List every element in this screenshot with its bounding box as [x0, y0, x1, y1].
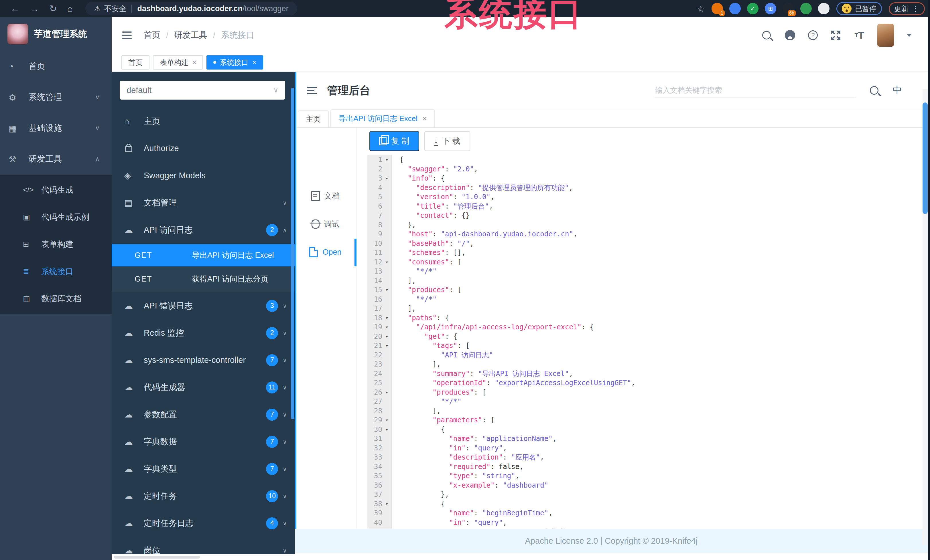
- doc-nav-文档[interactable]: 文档: [295, 182, 356, 210]
- api-group-icon: ☁: [124, 518, 143, 528]
- swagger-item-定时任务日志[interactable]: ☁定时任务日志4∨: [112, 509, 295, 537]
- doc-search-input[interactable]: [654, 83, 856, 98]
- fold-icon[interactable]: ▾: [382, 285, 391, 295]
- code-line: 7 "contact": {}: [367, 211, 918, 220]
- ext-dark-icon[interactable]: 6h: [782, 3, 794, 14]
- back-icon[interactable]: ←: [10, 0, 20, 17]
- help-icon[interactable]: ?: [808, 30, 818, 40]
- view-tab-表单构建[interactable]: 表单构建×: [153, 55, 203, 69]
- api-group-select[interactable]: default ∨: [120, 81, 285, 100]
- sidebar-item-研发工具[interactable]: ⚒研发工具∧: [0, 144, 112, 175]
- horizontal-scrollbar[interactable]: [112, 554, 295, 560]
- close-icon[interactable]: ×: [192, 59, 196, 66]
- swagger-item-API 错误日志[interactable]: ☁API 错误日志3∨: [112, 292, 295, 319]
- ext-blue-icon[interactable]: [729, 3, 741, 14]
- swagger-item-代码生成器[interactable]: ☁代码生成器11∨: [112, 374, 295, 401]
- doc-nav-Open[interactable]: Open: [295, 238, 356, 266]
- copy-button[interactable]: 复 制: [370, 131, 419, 151]
- fold-icon[interactable]: ▾: [382, 416, 391, 425]
- github-icon[interactable]: [785, 30, 795, 41]
- endpoint-获得API 访问日志分页[interactable]: GET获得API 访问日志分页: [112, 266, 295, 292]
- swagger-item-Redis 监控[interactable]: ☁Redis 监控2∨: [112, 319, 295, 347]
- fullscreen-icon[interactable]: [830, 30, 841, 41]
- language-icon[interactable]: 中: [893, 84, 902, 97]
- vertical-scrollbar[interactable]: [922, 89, 928, 545]
- ext-grid-icon[interactable]: ⊞: [765, 3, 776, 14]
- ext-green-check-icon[interactable]: ✓: [747, 3, 759, 14]
- view-tab-首页[interactable]: 首页: [122, 55, 149, 69]
- swagger-item-岗位[interactable]: ☁岗位∨: [112, 537, 295, 554]
- code-line: 15▾ "produces": [: [367, 285, 918, 295]
- swagger-item-字典类型[interactable]: ☁字典类型7∨: [112, 455, 295, 482]
- close-icon[interactable]: ×: [423, 115, 427, 123]
- fold-icon[interactable]: ▾: [382, 322, 391, 332]
- fold-icon[interactable]: ▾: [382, 341, 391, 351]
- endpoint-导出API 访问日志 Excel[interactable]: GET导出API 访问日志 Excel: [112, 244, 295, 266]
- bookmark-star-icon[interactable]: ☆: [697, 4, 705, 14]
- ext-orange-icon[interactable]: 1: [711, 3, 723, 14]
- fold-icon[interactable]: ▾: [382, 388, 391, 397]
- chevron-down-icon[interactable]: [907, 34, 912, 37]
- divider: [131, 5, 132, 12]
- sidebar-subitem-系统接口[interactable]: ≣系统接口: [0, 258, 112, 285]
- sidebar-item-基础设施[interactable]: ▦基础设施∨: [0, 113, 112, 144]
- code-text: {: [391, 499, 445, 509]
- update-button[interactable]: 更新 ⋮: [889, 2, 925, 15]
- fold-icon[interactable]: ▾: [382, 425, 391, 434]
- search-icon[interactable]: [761, 30, 772, 41]
- sidebar-item-首页[interactable]: ◔首页: [0, 51, 112, 82]
- fold-icon[interactable]: ▾: [382, 258, 391, 267]
- code-line: 1▾{: [367, 155, 918, 164]
- swagger-item-主页[interactable]: ⌂主页: [112, 107, 295, 135]
- doc-tab-导出API 访问日志 Excel[interactable]: 导出API 访问日志 Excel×: [330, 109, 435, 127]
- line-number: 21: [367, 341, 382, 351]
- fold-icon[interactable]: ▾: [382, 313, 391, 323]
- doc-search-icon[interactable]: [869, 85, 879, 96]
- swagger-item-字典数据[interactable]: ☁字典数据7∨: [112, 428, 295, 455]
- download-button[interactable]: ↓ 下 载: [424, 131, 470, 151]
- fold-icon[interactable]: ▾: [382, 499, 391, 509]
- collapse-sidebar-icon[interactable]: [122, 29, 132, 41]
- doc-nav-调试[interactable]: 调试: [295, 210, 356, 238]
- fold-icon[interactable]: ▾: [382, 332, 391, 341]
- sidebar-subitem-代码生成示例[interactable]: ▣代码生成示例: [0, 204, 112, 231]
- sidebar-subitem-代码生成[interactable]: </>代码生成: [0, 176, 112, 204]
- sidebar-subitem-表单构建[interactable]: ⊞表单构建: [0, 231, 112, 258]
- breadcrumb-devtools[interactable]: 研发工具: [174, 29, 207, 41]
- fold-spacer: [382, 490, 391, 499]
- swagger-item-定时任务[interactable]: ☁定时任务10∨: [112, 482, 295, 509]
- close-icon[interactable]: ×: [252, 59, 256, 66]
- reload-icon[interactable]: ↻: [49, 0, 57, 17]
- user-avatar[interactable]: [877, 24, 894, 47]
- fold-icon[interactable]: ▾: [382, 174, 391, 183]
- address-bar[interactable]: ⚠ 不安全 dashboard.yudao.iocoder.cn /tool/s…: [85, 2, 297, 15]
- logo-row[interactable]: 芋道管理系统: [0, 17, 112, 51]
- json-editor[interactable]: 1▾{2 "swagger": "2.0",3▾ "info": {4 "des…: [367, 155, 918, 529]
- fold-icon[interactable]: ▾: [382, 155, 391, 164]
- profile-paused-pill[interactable]: 已暂停: [836, 2, 882, 15]
- swagger-item-sys-sms-template-controller[interactable]: ☁sys-sms-template-controller7∨: [112, 347, 295, 374]
- ext-light-icon[interactable]: [818, 3, 830, 14]
- doc-collapse-icon[interactable]: [307, 85, 317, 96]
- font-size-icon[interactable]: TT: [854, 30, 865, 41]
- vertical-scrollbar-thumb[interactable]: [922, 103, 928, 214]
- breadcrumb-home[interactable]: 首页: [144, 29, 160, 41]
- swagger-item-Authorize[interactable]: Authorize: [112, 135, 295, 162]
- doc-tab-主页[interactable]: 主页: [298, 110, 329, 127]
- swagger-scrollbar-thumb[interactable]: [291, 88, 294, 419]
- menu-dots-icon[interactable]: ⋮: [912, 4, 919, 13]
- sidebar-item-系统管理[interactable]: ⚙系统管理∨: [0, 82, 112, 113]
- ext-green-icon[interactable]: [800, 3, 812, 14]
- security-label[interactable]: 不安全: [104, 4, 126, 14]
- horizontal-scrollbar-thumb[interactable]: [114, 556, 200, 558]
- dashboard-icon: ◔: [9, 61, 25, 71]
- swagger-item-Swagger Models[interactable]: ◈Swagger Models: [112, 162, 295, 189]
- view-tab-系统接口[interactable]: 系统接口×: [206, 55, 263, 69]
- code-text: "x-example": "dashboard": [391, 481, 548, 490]
- home-icon[interactable]: ⌂: [67, 0, 73, 17]
- forward-icon[interactable]: →: [30, 0, 39, 17]
- swagger-item-文档管理[interactable]: ▤文档管理∨: [112, 189, 295, 216]
- swagger-item-参数配置[interactable]: ☁参数配置7∨: [112, 401, 295, 428]
- sidebar-subitem-数据库文档[interactable]: ▥数据库文档: [0, 285, 112, 312]
- swagger-item-API 访问日志[interactable]: ☁API 访问日志2∧: [112, 216, 295, 244]
